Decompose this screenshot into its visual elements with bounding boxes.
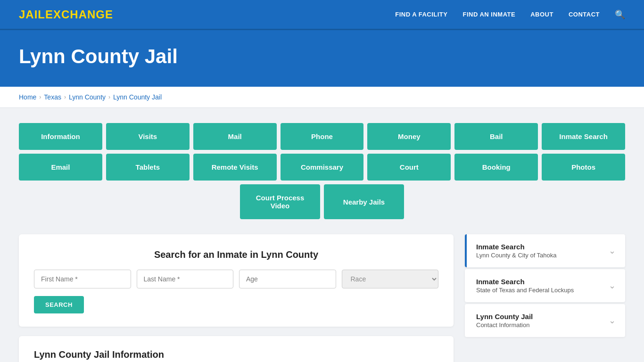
hero-section: Lynn County Jail [0,30,644,87]
sidebar-card-subtitle-2: State of Texas and Federal Lockups [476,287,574,294]
site-logo[interactable]: JAILEXCHANGE [19,8,113,21]
breadcrumb: Home › Texas › Lynn County › Lynn County… [19,93,625,101]
search-button[interactable]: SEARCH [34,296,84,313]
nav-contact[interactable]: CONTACT [569,11,600,18]
ql-mail[interactable]: Mail [193,123,277,150]
right-panel: Inmate Search Lynn County & City of Taho… [465,234,625,338]
breadcrumb-texas[interactable]: Texas [44,93,61,101]
breadcrumb-sep-3: › [108,94,110,100]
ql-tablets[interactable]: Tablets [106,154,190,181]
logo-exchange: EXCHANGE [45,8,113,21]
sidebar-card-inmate-state[interactable]: Inmate Search State of Texas and Federal… [465,269,625,302]
info-title: Lynn County Jail Information [34,349,438,360]
ql-nearby-jails[interactable]: Nearby Jails [324,184,404,219]
age-input[interactable] [239,270,336,288]
sidebar-card-text-2: Inmate Search State of Texas and Federal… [476,278,574,294]
content-layout: Search for an Inmate in Lynn County Race… [19,234,625,362]
breadcrumb-sep-2: › [64,94,66,100]
sidebar-card-title-1: Inmate Search [476,243,557,251]
site-header: JAILEXCHANGE FIND A FACILITY FIND AN INM… [0,0,644,30]
sidebar-card-title-3: Lynn County Jail [476,313,533,321]
quick-links-row-3: Court Process Video Nearby Jails [19,184,625,219]
chevron-down-icon-2: ⌄ [609,280,616,291]
sidebar-card-subtitle-3: Contact Information [476,321,533,329]
ql-booking[interactable]: Booking [454,154,538,181]
last-name-input[interactable] [137,270,234,288]
ql-commissary[interactable]: Commissary [281,154,364,181]
breadcrumb-bar: Home › Texas › Lynn County › Lynn County… [0,87,644,108]
ql-phone[interactable]: Phone [281,123,364,150]
breadcrumb-home[interactable]: Home [19,93,36,101]
ql-photos[interactable]: Photos [542,154,625,181]
breadcrumb-current: Lynn County Jail [113,93,162,101]
sidebar-card-inmate-local[interactable]: Inmate Search Lynn County & City of Taho… [465,234,625,267]
left-panel: Search for an Inmate in Lynn County Race… [19,234,454,362]
main-nav: FIND A FACILITY FIND AN INMATE ABOUT CON… [395,9,625,20]
nav-find-inmate[interactable]: FIND AN INMATE [462,11,515,18]
ql-court-process-video[interactable]: Court Process Video [240,184,320,219]
ql-inmate-search[interactable]: Inmate Search [542,123,625,150]
nav-find-facility[interactable]: FIND A FACILITY [395,11,447,18]
main-content: Information Visits Mail Phone Money Bail… [0,108,644,362]
race-select[interactable]: Race White Black Hispanic Asian Other [342,270,439,288]
sidebar-card-contact[interactable]: Lynn County Jail Contact Information ⌄ [465,304,625,337]
ql-email[interactable]: Email [19,154,102,181]
breadcrumb-lynn-county[interactable]: Lynn County [69,93,106,101]
quick-links-row-1: Information Visits Mail Phone Money Bail… [19,123,625,150]
breadcrumb-sep-1: › [39,94,41,100]
ql-bail[interactable]: Bail [454,123,538,150]
search-title: Search for an Inmate in Lynn County [34,249,438,260]
info-box: Lynn County Jail Information [19,336,454,362]
page-title: Lynn County Jail [19,45,625,68]
ql-money[interactable]: Money [367,123,451,150]
ql-information[interactable]: Information [19,123,102,150]
quick-links-row-2: Email Tablets Remote Visits Commissary C… [19,154,625,181]
ql-visits[interactable]: Visits [106,123,190,150]
chevron-down-icon-1: ⌄ [609,246,616,256]
nav-about[interactable]: ABOUT [530,11,553,18]
sidebar-card-text-1: Inmate Search Lynn County & City of Taho… [476,243,557,259]
search-icon[interactable]: 🔍 [615,9,625,20]
search-fields: Race White Black Hispanic Asian Other [34,270,438,288]
sidebar-card-subtitle-1: Lynn County & City of Tahoka [476,252,557,259]
chevron-down-icon-3: ⌄ [609,315,616,326]
sidebar-card-text-3: Lynn County Jail Contact Information [476,313,533,329]
ql-remote-visits[interactable]: Remote Visits [193,154,277,181]
sidebar-card-title-2: Inmate Search [476,278,574,286]
quick-links: Information Visits Mail Phone Money Bail… [19,123,625,219]
ql-court[interactable]: Court [367,154,451,181]
inmate-search-box: Search for an Inmate in Lynn County Race… [19,234,454,327]
first-name-input[interactable] [34,270,131,288]
logo-jail: JAIL [19,8,45,21]
